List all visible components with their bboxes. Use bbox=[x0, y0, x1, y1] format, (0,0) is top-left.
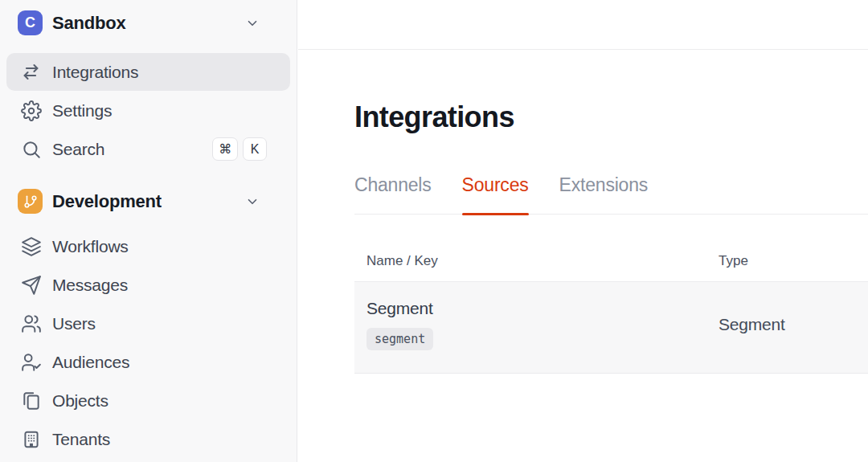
main-content: Integrations Channels Sources Extensions… bbox=[298, 0, 868, 462]
workspace-name: Sandbox bbox=[52, 13, 235, 34]
sidebar-item-label: Audiences bbox=[52, 353, 267, 372]
sidebar-item-label: Integrations bbox=[52, 63, 267, 82]
source-name: Segment bbox=[366, 298, 719, 319]
sidebar-item-integrations[interactable]: Integrations bbox=[6, 53, 290, 91]
layers-icon bbox=[20, 236, 42, 257]
column-header-name-key: Name / Key bbox=[366, 253, 719, 269]
users-icon bbox=[20, 313, 42, 334]
sidebar-item-settings[interactable]: Settings bbox=[6, 92, 290, 129]
environment-name: Development bbox=[52, 191, 235, 212]
sidebar-item-label: Search bbox=[52, 140, 202, 159]
sidebar-item-workflows[interactable]: Workflows bbox=[6, 227, 290, 265]
tab-sources[interactable]: Sources bbox=[462, 175, 529, 214]
sidebar-item-label: Settings bbox=[52, 101, 267, 121]
git-branch-icon bbox=[18, 189, 43, 214]
column-header-type: Type bbox=[719, 253, 868, 269]
sidebar-item-label: Objects bbox=[52, 391, 267, 411]
sidebar-nav-development: Workflows Messages Users Audiences Objec… bbox=[0, 227, 297, 458]
sidebar-item-search[interactable]: Search ⌘ K bbox=[6, 130, 290, 168]
source-type: Segment bbox=[719, 315, 868, 334]
swap-arrows-icon bbox=[20, 61, 42, 83]
topbar bbox=[298, 0, 868, 50]
kbd-command: ⌘ bbox=[212, 137, 238, 161]
sidebar-item-objects[interactable]: Objects bbox=[6, 382, 290, 419]
sources-table: Name / Key Type Segment segment Segment bbox=[354, 253, 868, 374]
sidebar-item-label: Workflows bbox=[52, 237, 267, 256]
copy-icon bbox=[20, 390, 42, 411]
sidebar-item-label: Tenants bbox=[52, 430, 267, 449]
search-shortcut: ⌘ K bbox=[212, 137, 267, 161]
table-header: Name / Key Type bbox=[354, 253, 868, 282]
sidebar-item-users[interactable]: Users bbox=[6, 305, 290, 342]
search-icon bbox=[20, 139, 42, 160]
sidebar-item-label: Users bbox=[52, 314, 267, 333]
sidebar-item-tenants[interactable]: Tenants bbox=[6, 420, 290, 458]
sidebar-item-audiences[interactable]: Audiences bbox=[6, 343, 290, 381]
tab-extensions[interactable]: Extensions bbox=[559, 175, 649, 214]
tab-channels[interactable]: Channels bbox=[354, 175, 432, 214]
sidebar-nav-top: Integrations Settings Search ⌘ K bbox=[0, 53, 297, 168]
table-row[interactable]: Segment segment Segment bbox=[354, 282, 868, 374]
page-title: Integrations bbox=[354, 101, 868, 133]
environment-switcher-development[interactable]: Development bbox=[0, 178, 297, 224]
sidebar: C Sandbox Integrations Settings Search ⌘ bbox=[0, 0, 297, 462]
gear-icon bbox=[20, 100, 42, 121]
sidebar-item-messages[interactable]: Messages bbox=[6, 266, 290, 304]
kbd-k: K bbox=[243, 137, 267, 161]
paper-plane-icon bbox=[20, 275, 42, 296]
building-icon bbox=[20, 429, 42, 450]
chevron-down-icon bbox=[245, 16, 260, 31]
sidebar-item-label: Messages bbox=[52, 276, 267, 295]
user-check-icon bbox=[20, 352, 42, 373]
source-key-badge: segment bbox=[366, 328, 433, 350]
tabs: Channels Sources Extensions bbox=[354, 175, 868, 215]
chevron-down-icon bbox=[245, 194, 260, 209]
workspace-switcher[interactable]: C Sandbox bbox=[0, 0, 297, 46]
workspace-logo: C bbox=[18, 10, 43, 35]
